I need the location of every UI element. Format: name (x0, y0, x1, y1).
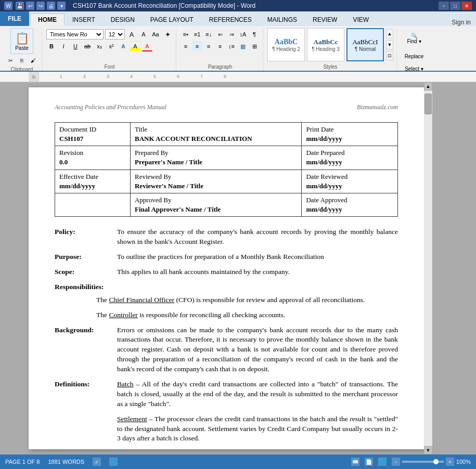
tab-file[interactable]: FILE (0, 11, 29, 26)
align-center-button[interactable]: ≡ (192, 41, 202, 51)
batch-term: Batch (117, 380, 134, 388)
definition-settlement: Settlement – The processor clears the cr… (117, 414, 398, 444)
cfo-link[interactable]: Chief Financial Officer (109, 296, 174, 304)
vertical-scrollbar[interactable]: ▲ ▼ (424, 82, 432, 454)
clear-format-button[interactable]: ✦ (162, 29, 173, 40)
style-heading3[interactable]: AaBbCc ¶ Heading 3 (307, 28, 344, 61)
zoom-in-icon[interactable]: + (446, 458, 454, 466)
zoom-out-icon[interactable]: − (392, 458, 400, 466)
decrease-indent-button[interactable]: ⇐ (215, 29, 225, 40)
shrink-font-button[interactable]: A (138, 29, 149, 40)
align-right-button[interactable]: ≡ (203, 41, 214, 51)
font-size-select[interactable]: 12 (105, 29, 125, 40)
tab-insert[interactable]: INSERT (65, 14, 103, 26)
paragraph-label: Paragraph (208, 63, 233, 71)
bullets-button[interactable]: ≡• (181, 29, 191, 40)
controller-link[interactable]: Controller (109, 311, 138, 319)
language-icon[interactable]: 🌐 (109, 458, 118, 466)
web-layout-icon[interactable]: 🌐 (378, 458, 387, 466)
revision-label: Revision (59, 148, 126, 158)
header-left: Accounting Policies and Procedures Manua… (55, 103, 166, 112)
read-mode-icon[interactable]: 📖 (351, 458, 359, 466)
dropdown-icon[interactable]: ▾ (57, 2, 66, 10)
increase-indent-button[interactable]: ⇒ (226, 29, 237, 40)
grow-font-button[interactable]: A (126, 29, 137, 40)
tab-home[interactable]: HOME (30, 14, 65, 26)
sort-button[interactable]: ↕A (238, 29, 248, 40)
close-button[interactable]: ✕ (461, 2, 472, 10)
italic-button[interactable]: I (58, 41, 69, 51)
heading2-label: ¶ Heading 2 (272, 46, 300, 52)
underline-button[interactable]: U (70, 41, 81, 51)
scroll-up-button[interactable]: ▲ (424, 82, 432, 90)
print-date-value: mm/dd/yyyy (306, 134, 393, 144)
table-row: Document ID CSH107 Title BANK ACCOUNT RE… (55, 122, 398, 146)
spelling-check-icon[interactable]: ✓ (93, 458, 101, 466)
scroll-thumb[interactable] (424, 94, 432, 114)
multilevel-button[interactable]: ≡↓ (203, 29, 214, 40)
strikethrough-button[interactable]: ab (82, 41, 93, 51)
paste-button[interactable]: 📋 Paste (10, 28, 33, 54)
show-formatting-button[interactable]: ¶ (249, 29, 260, 40)
styles-section: AaBbC ¶ Heading 2 AaBbCc ¶ Heading 3 AaB… (267, 28, 393, 61)
style-normal[interactable]: AaBbCcI ¶ Normal (346, 28, 384, 61)
bold-button[interactable]: B (46, 41, 57, 51)
background-section: Background: Errors or omissions can be m… (55, 325, 398, 374)
numbering-button[interactable]: ≡1 (192, 29, 202, 40)
style-heading2[interactable]: AaBbC ¶ Heading 2 (267, 28, 305, 61)
policy-section: Policy: To ensure the accuracy of the co… (55, 227, 398, 247)
document-page[interactable]: Accounting Policies and Procedures Manua… (29, 87, 424, 449)
scope-text: This applies to all bank accounts mainta… (117, 267, 398, 277)
scroll-down-button[interactable]: ▼ (424, 446, 432, 454)
save-icon[interactable]: 💾 (16, 2, 24, 10)
window-controls[interactable]: − □ ✕ (439, 2, 472, 10)
styles-scroll-down[interactable]: ▼ (386, 40, 393, 49)
redo-icon[interactable]: ↪ (36, 2, 45, 10)
line-spacing-button[interactable]: ↕≡ (226, 41, 237, 51)
font-group: Times New Ro 12 A A Aa ✦ B I U ab x₂ x² … (43, 28, 176, 71)
change-case-button[interactable]: Aa (150, 29, 161, 40)
shading-button[interactable]: ▩ (238, 41, 248, 51)
text-effects-button[interactable]: A (118, 41, 128, 51)
borders-button[interactable]: ⊞ (249, 41, 260, 51)
format-painter-button[interactable]: 🖌 (28, 55, 38, 66)
undo-icon[interactable]: ↩ (26, 2, 34, 10)
zoom-slider[interactable] (402, 461, 444, 463)
sign-in[interactable]: Sign in (452, 19, 476, 26)
tab-design[interactable]: DESIGN (103, 14, 143, 26)
scroll-track[interactable] (424, 91, 432, 446)
date-prepared-value: mm/dd/yyyy (306, 158, 393, 167)
print-preview-icon[interactable]: 🖨 (47, 2, 55, 10)
superscript-button[interactable]: x² (106, 41, 117, 51)
tab-view[interactable]: VIEW (345, 14, 377, 26)
maximize-button[interactable]: □ (450, 2, 460, 10)
styles-more[interactable]: ⊡ (386, 51, 393, 60)
cut-button[interactable]: ✂ (5, 55, 16, 66)
replace-button[interactable]: Replace (401, 51, 427, 61)
word-icon: W (4, 2, 12, 10)
styles-scroll-up[interactable]: ▲ (386, 29, 393, 38)
purpose-section: Purpose: To outline the practices for pr… (55, 252, 398, 262)
font-name-select[interactable]: Times New Ro (46, 29, 104, 40)
font-color-button[interactable]: A (142, 41, 152, 51)
tab-page-layout[interactable]: PAGE LAYOUT (143, 14, 201, 26)
zoom-control[interactable]: − + 100% (392, 458, 471, 466)
font-row1: Times New Ro 12 A A Aa ✦ (46, 29, 173, 40)
print-layout-icon[interactable]: 📄 (365, 458, 373, 466)
text-highlight-button[interactable]: A (130, 41, 140, 51)
scope-label: Scope: (55, 267, 117, 277)
tab-mailings[interactable]: MAILINGS (260, 14, 305, 26)
ruler-toggle-icon[interactable]: ⊞ (32, 74, 36, 80)
tab-references[interactable]: REFERENCES (201, 14, 260, 26)
align-left-button[interactable]: ≡ (181, 41, 191, 51)
status-bar: PAGE 1 OF 8 1881 WORDS ✓ 🌐 📖 📄 🌐 − + 100… (0, 454, 476, 469)
copy-button[interactable]: ⎘ (17, 55, 27, 66)
heading3-label: ¶ Heading 3 (312, 46, 340, 52)
justify-button[interactable]: ≡ (215, 41, 225, 51)
word-count: 1881 WORDS (48, 459, 84, 465)
subscript-button[interactable]: x₂ (94, 41, 105, 51)
find-button[interactable]: 🔍 Find ▾ (401, 28, 427, 49)
tab-review[interactable]: REVIEW (305, 14, 345, 26)
zoom-thumb[interactable] (433, 459, 439, 464)
minimize-button[interactable]: − (439, 2, 449, 10)
